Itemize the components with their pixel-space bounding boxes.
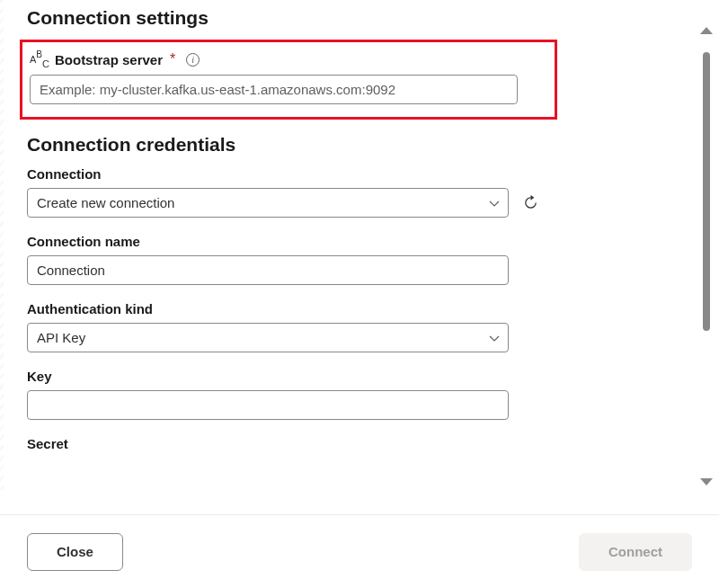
bootstrap-highlight-box: ABC Bootstrap server * i: [20, 40, 557, 120]
bootstrap-server-input[interactable]: [30, 75, 518, 104]
auth-kind-select-value: API Key: [37, 330, 85, 345]
scroll-thumb[interactable]: [703, 52, 710, 331]
bootstrap-label: Bootstrap server: [55, 52, 163, 67]
required-asterisk: *: [170, 51, 175, 67]
connection-name-input[interactable]: [27, 255, 509, 285]
scrollbar[interactable]: [697, 27, 716, 486]
key-input[interactable]: [27, 390, 509, 420]
auth-kind-select[interactable]: API Key: [27, 323, 509, 352]
footer-bar: Close Connect: [0, 514, 719, 588]
connection-field: Connection Create new connection: [27, 166, 692, 218]
scroll-down-icon[interactable]: [700, 478, 713, 486]
connection-name-label: Connection name: [27, 234, 692, 249]
secret-label: Secret: [27, 436, 692, 451]
connection-select-value: Create new connection: [37, 195, 174, 210]
connection-settings-title: Connection settings: [27, 7, 692, 29]
key-label: Key: [27, 369, 692, 384]
connection-credentials-title: Connection credentials: [27, 134, 692, 156]
text-type-icon: ABC: [30, 51, 49, 67]
credentials-section: Connection credentials Connection Create…: [27, 134, 692, 451]
auth-kind-label: Authentication kind: [27, 301, 692, 316]
content-area: Connection settings ABC Bootstrap server…: [0, 0, 719, 490]
scroll-up-icon[interactable]: [700, 27, 713, 34]
connection-label: Connection: [27, 166, 692, 182]
refresh-icon[interactable]: [521, 194, 539, 212]
close-button[interactable]: Close: [27, 533, 123, 571]
bootstrap-header: ABC Bootstrap server * i: [30, 51, 547, 67]
connection-name-field: Connection name: [27, 234, 692, 285]
key-field: Key: [27, 369, 692, 420]
info-icon[interactable]: i: [186, 53, 200, 67]
secret-field: Secret: [27, 436, 692, 451]
auth-kind-field: Authentication kind API Key: [27, 301, 692, 352]
connection-select[interactable]: Create new connection: [27, 188, 509, 218]
connect-button: Connect: [579, 533, 692, 571]
